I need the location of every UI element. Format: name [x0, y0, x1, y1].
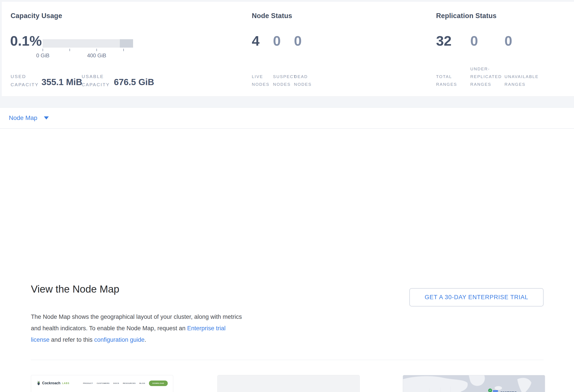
- nav-item-customers: CUSTOMERS: [97, 382, 109, 384]
- step3-card: 1 geo=sfo 2 Nodes: [403, 375, 545, 392]
- usable-capacity-label: USABLE CAPACITY: [82, 72, 119, 89]
- step2-card: > SET CLUSTER SETTING CLUSTER.ORGANIZATI…: [217, 375, 360, 392]
- capacity-used-percent: 0.1%: [10, 34, 42, 48]
- cluster-overview-page: Capacity Usage 0.1% 0 GiB 400 GiB USED C…: [0, 0, 574, 392]
- signup-site-thumbnail: Cockroach LABS PRODUCT CUSTOMERS DOCS RE…: [31, 375, 173, 392]
- axis-tick: [96, 49, 97, 51]
- database-icon: [492, 390, 498, 392]
- unavailable-ranges-count: 0: [505, 34, 512, 48]
- node-map-placeholder-section: View the Node Map The Node Map shows the…: [0, 129, 574, 392]
- step1-card: Cockroach LABS PRODUCT CUSTOMERS DOCS RE…: [31, 375, 173, 392]
- locality-marker-ams: ✓ geo=ams 1 Node: [489, 390, 542, 392]
- logo-suffix: LABS: [62, 382, 69, 385]
- axis-tick-label: 400 GiB: [83, 53, 110, 59]
- healthy-check-icon: ✓: [488, 389, 492, 392]
- locality-name: geo=ams: [500, 390, 517, 392]
- node-status-title: Node Status: [252, 12, 292, 20]
- used-capacity-label: USED CAPACITY: [11, 72, 46, 89]
- dead-nodes-label: DEAD NODES: [294, 73, 314, 88]
- dead-nodes-count: 0: [294, 34, 302, 48]
- sql-command-line: > SET CLUSTER SETTING: [228, 391, 320, 392]
- logo-text: Cockroach: [42, 381, 61, 385]
- under-replicated-ranges-count: 0: [470, 34, 478, 48]
- nav-item-product: PRODUCT: [83, 382, 93, 384]
- suspect-nodes-label: SUSPECT NODES: [273, 73, 293, 88]
- unavailable-ranges-label: UNAVAILABLE RANGES: [505, 73, 548, 88]
- view-selector-bar: Node Map: [0, 107, 574, 129]
- capacity-bar-nonusable-segment: [120, 39, 133, 48]
- axis-tick: [123, 49, 124, 51]
- axis-tick: [42, 49, 43, 51]
- total-ranges-count: 32: [436, 34, 451, 48]
- caret-down-icon: [44, 116, 49, 119]
- configuration-guide-link[interactable]: configuration guide: [94, 336, 144, 343]
- node-map-dropdown[interactable]: Node Map: [9, 108, 49, 128]
- world-map-image: [403, 375, 545, 392]
- download-button: DOWNLOAD: [149, 381, 168, 386]
- axis-tick-label: 0 GiB: [30, 53, 56, 59]
- under-replicated-ranges-label: UNDER-REPLICATED RANGES: [470, 65, 503, 88]
- thumbnail-site-header: Cockroach LABS PRODUCT CUSTOMERS DOCS RE…: [31, 375, 173, 388]
- description-text: and refer to this: [49, 336, 94, 343]
- sql-commands-thumbnail: > SET CLUSTER SETTING CLUSTER.ORGANIZATI…: [218, 375, 360, 392]
- replication-status-title: Replication Status: [436, 12, 496, 20]
- live-nodes-label: LIVE NODES: [252, 73, 272, 88]
- nav-item-blog: BLOG: [140, 382, 145, 384]
- axis-tick: [69, 49, 70, 51]
- nav-item-docs: DOCS: [113, 382, 119, 384]
- total-ranges-label: TOTAL RANGES: [436, 73, 463, 88]
- page-title: View the Node Map: [31, 283, 119, 295]
- usable-capacity-value: 676.5 GiB: [114, 77, 154, 87]
- capacity-bar: [42, 39, 133, 48]
- thumbnail-site-nav: PRODUCT CUSTOMERS DOCS RESOURCES BLOG DO…: [83, 381, 168, 386]
- cockroach-labs-logo: Cockroach LABS: [36, 381, 69, 386]
- node-map-description: The Node Map shows the geographical layo…: [31, 311, 243, 345]
- used-capacity-value: 355.1 MiB: [41, 77, 82, 87]
- description-text: .: [144, 336, 146, 343]
- enterprise-trial-button[interactable]: GET A 30-DAY ENTERPRISE TRIAL: [409, 288, 544, 306]
- nav-item-resources: RESOURCES: [123, 382, 136, 384]
- node-map-dropdown-label: Node Map: [9, 114, 37, 121]
- live-nodes-count: 4: [252, 34, 260, 48]
- locality-header: ✓ geo=ams 1 Node: [489, 390, 542, 392]
- suspect-nodes-count: 0: [273, 34, 281, 48]
- node-map-thumbnail: 1 geo=sfo 2 Nodes: [403, 375, 545, 392]
- cockroach-bug-icon: [36, 381, 41, 386]
- capacity-usage-title: Capacity Usage: [11, 12, 62, 20]
- cluster-summary-panel: Capacity Usage 0.1% 0 GiB 400 GiB USED C…: [2, 2, 574, 96]
